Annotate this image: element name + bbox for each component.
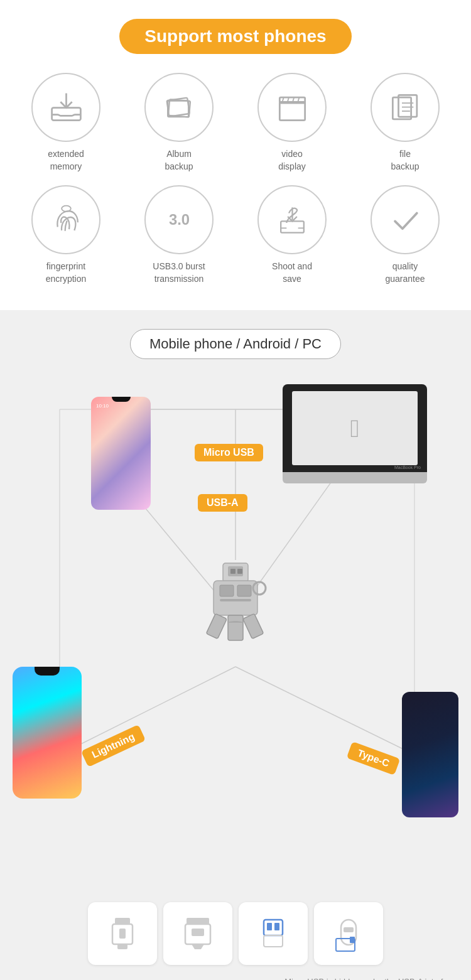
macbook-label: MacBook Pro <box>394 465 421 470</box>
feature-usb30: 3.0 USB3.0 bursttransmission <box>126 185 232 285</box>
android-time: 10:10 <box>96 403 109 409</box>
feature-shoot-save: Shoot andsave <box>239 185 345 285</box>
svg-rect-57 <box>344 927 354 932</box>
clapperboard-icon <box>275 90 310 125</box>
svg-rect-12 <box>392 97 411 119</box>
feature-label-file-backup: filebackup <box>391 148 419 173</box>
laptop-mockup:  MacBook Pro <box>283 384 427 483</box>
feature-file-backup: filebackup <box>352 73 458 173</box>
connection-diagram: 10:10  MacBook Pro Micro USB USB-A <box>0 378 471 893</box>
feature-label-album-backup: Albumbackup <box>165 148 193 173</box>
feature-circle-video-display <box>257 73 327 142</box>
usb-a-label: USB-A <box>198 494 247 512</box>
feature-circle-file-backup <box>371 73 440 142</box>
feature-label-quality: qualityguarantee <box>385 261 425 285</box>
compatibility-badge: Mobile phone / Android / PC <box>130 329 341 359</box>
svg-rect-59 <box>350 937 355 943</box>
feature-label-video-display: videodisplay <box>278 148 306 173</box>
iphone-screen <box>13 667 82 799</box>
lightning-connector-icon-box <box>88 902 157 965</box>
inbox-download-icon <box>49 90 84 125</box>
svg-rect-35 <box>230 569 236 574</box>
bottom-connector-icons <box>0 893 471 971</box>
android-phone-device: 10:10 <box>91 397 151 510</box>
type-c-connector-icon <box>330 915 367 952</box>
svg-rect-38 <box>220 585 234 596</box>
svg-rect-45 <box>115 918 130 924</box>
svg-text:3.0: 3.0 <box>168 211 189 228</box>
micro-usb-note: Micro-USB is hidden under the USB-A inte… <box>0 971 471 980</box>
feature-label-extended-memory: extendedmemory <box>48 148 84 173</box>
feature-circle-album-backup <box>144 73 214 142</box>
iphone-mockup <box>13 667 82 799</box>
usb-drive <box>192 560 279 673</box>
svg-rect-51 <box>192 929 204 936</box>
type-c-connector-icon-box <box>314 902 383 965</box>
micro-usb-label: Micro USB <box>195 444 263 461</box>
svg-rect-47 <box>117 944 127 949</box>
feature-fingerprint: fingerprintencryption <box>13 185 119 285</box>
svg-rect-55 <box>264 935 283 947</box>
svg-rect-13 <box>398 95 416 117</box>
files-icon <box>388 90 423 125</box>
usb-drive-graphic <box>192 560 279 673</box>
android-right-device <box>402 692 458 817</box>
svg-rect-5 <box>279 102 305 120</box>
svg-point-17 <box>62 205 71 211</box>
android-right-mockup <box>402 692 458 817</box>
feature-circle-shoot-save <box>257 185 327 254</box>
micro-usb-connector-icon-box <box>163 902 232 965</box>
svg-rect-48 <box>119 929 126 939</box>
svg-rect-53 <box>267 923 272 930</box>
lightning-label: Lightning <box>81 724 146 767</box>
feature-label-usb30: USB3.0 bursttransmission <box>153 261 205 285</box>
feature-circle-usb30: 3.0 <box>144 185 214 254</box>
micro-usb-note-text: Micro-USB is hidden under the USB-A inte… <box>284 977 458 980</box>
feature-circle-quality <box>371 185 440 254</box>
fingerprint-icon <box>49 203 84 237</box>
type-c-label: Type-C <box>347 741 401 775</box>
laptop-screen-inner:  <box>292 391 418 465</box>
android-notch <box>112 397 131 402</box>
svg-line-25 <box>60 667 236 755</box>
svg-rect-19 <box>281 221 304 232</box>
feature-label-fingerprint: fingerprintencryption <box>46 261 87 285</box>
svg-rect-44 <box>228 615 243 640</box>
laptop-device:  MacBook Pro <box>283 384 427 485</box>
android-right-screen <box>402 692 458 817</box>
svg-rect-40 <box>220 599 251 601</box>
feature-extended-memory: extendedmemory <box>13 73 119 173</box>
lightning-connector-icon <box>104 915 141 952</box>
laptop-base <box>283 472 427 483</box>
checkmark-icon <box>388 203 423 237</box>
svg-rect-43 <box>243 614 264 639</box>
android-screen <box>91 397 151 510</box>
svg-rect-54 <box>274 923 279 930</box>
svg-rect-49 <box>187 918 209 924</box>
svg-rect-52 <box>264 920 283 935</box>
iphone-notch <box>35 667 60 676</box>
feature-quality: qualityguarantee <box>352 185 458 285</box>
usb-a-connector-icon-box <box>239 902 308 965</box>
laptop-screen:  MacBook Pro <box>283 384 427 472</box>
features-section: Support most phones extendedmemory <box>0 0 471 310</box>
photos-icon <box>162 90 197 125</box>
svg-rect-42 <box>206 614 227 639</box>
shoot-icon <box>275 203 310 237</box>
svg-rect-36 <box>237 569 242 574</box>
feature-label-shoot-save: Shoot andsave <box>272 261 312 285</box>
feature-circle-extended-memory <box>31 73 100 142</box>
svg-rect-39 <box>237 585 251 596</box>
usb-a-connector-icon <box>254 915 292 952</box>
feature-video-display: videodisplay <box>239 73 345 173</box>
svg-line-26 <box>236 667 414 755</box>
support-badge: Support most phones <box>119 19 351 54</box>
android-phone-mockup: 10:10 <box>91 397 151 510</box>
features-grid: extendedmemory Albumbackup <box>13 73 458 285</box>
micro-usb-connector-icon <box>179 915 217 952</box>
feature-circle-fingerprint <box>31 185 100 254</box>
usb30-icon: 3.0 <box>162 203 197 237</box>
apple-logo-icon:  <box>350 414 360 443</box>
connections-section: Mobile phone / Android / PC <box>0 310 471 980</box>
feature-album-backup: Albumbackup <box>126 73 232 173</box>
